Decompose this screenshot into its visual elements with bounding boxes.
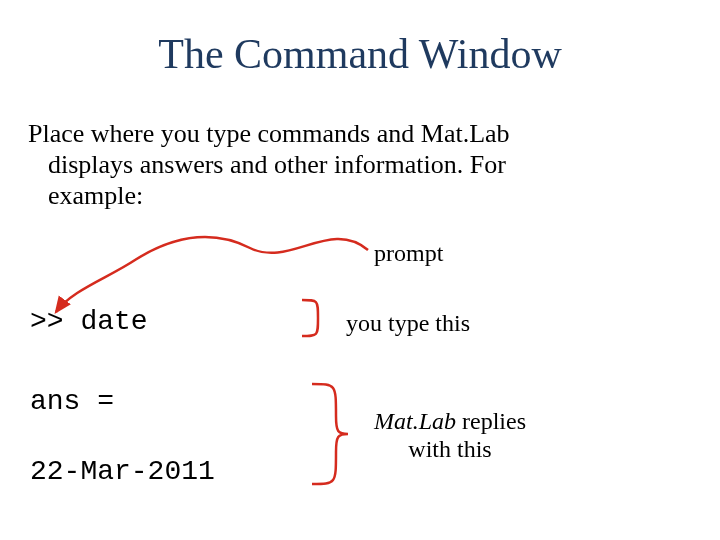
slide: The Command Window Place where you type … bbox=[0, 0, 720, 540]
console-command: >> date bbox=[30, 306, 148, 337]
prompt-arrow-icon bbox=[56, 237, 368, 312]
console-ans: ans = bbox=[30, 386, 114, 417]
prompt-label: prompt bbox=[374, 240, 443, 267]
replies-line2: with this bbox=[408, 436, 491, 462]
console-output: 22-Mar-2011 bbox=[30, 456, 215, 487]
body-text: Place where you type commands and Mat.La… bbox=[28, 118, 688, 212]
replies-word: replies bbox=[456, 408, 526, 434]
body-line-2: displays answers and other information. … bbox=[48, 150, 506, 179]
you-type-label: you type this bbox=[346, 310, 470, 337]
command-bracket-icon bbox=[302, 300, 318, 336]
body-line-3: example: bbox=[48, 181, 143, 210]
body-line-1: Place where you type commands and Mat.La… bbox=[28, 119, 510, 148]
matlab-replies-label: Mat.Lab replies with this bbox=[360, 408, 540, 463]
matlab-name: Mat.Lab bbox=[374, 408, 456, 434]
slide-title: The Command Window bbox=[0, 30, 720, 78]
output-bracket-icon bbox=[312, 384, 348, 484]
